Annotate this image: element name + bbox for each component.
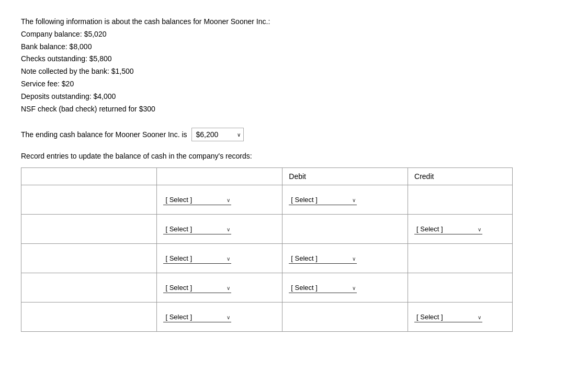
ending-balance-select[interactable]: $6,200 <box>191 128 244 141</box>
info-item: Note collected by the bank: $1,500 <box>21 65 544 78</box>
row3-col2-select-wrapper[interactable]: [ Select ] <box>163 283 231 293</box>
row1-col2[interactable]: [ Select ] <box>157 215 282 244</box>
row0-col2[interactable]: [ Select ] <box>157 185 282 215</box>
table-row: [ Select ][ Select ] <box>21 185 513 215</box>
row1-col4-credit[interactable]: [ Select ] <box>408 215 513 244</box>
table-row: [ Select ][ Select ] <box>21 215 513 244</box>
row3-col3-debit[interactable]: [ Select ] <box>282 273 408 303</box>
row2-col3-select[interactable]: [ Select ] <box>289 253 357 264</box>
row3-col2-select[interactable]: [ Select ] <box>163 283 231 293</box>
col-header-credit: Credit <box>408 168 513 185</box>
row3-col4-credit <box>408 273 513 303</box>
row3-col3-select-wrapper[interactable]: [ Select ] <box>289 283 357 293</box>
row1-col1-empty <box>21 215 157 244</box>
table-row: [ Select ][ Select ] <box>21 244 513 273</box>
info-item: Deposits outstanding: $4,000 <box>21 91 544 103</box>
row0-col2-select-wrapper[interactable]: [ Select ] <box>163 195 231 205</box>
row1-col4-select-wrapper[interactable]: [ Select ] <box>414 224 482 234</box>
row3-col3-select[interactable]: [ Select ] <box>289 283 357 293</box>
row2-col3-select-wrapper[interactable]: [ Select ] <box>289 253 357 264</box>
row2-col3-debit[interactable]: [ Select ] <box>282 244 408 273</box>
row1-col4-select[interactable]: [ Select ] <box>414 224 482 234</box>
row4-col2[interactable]: [ Select ] <box>157 303 282 332</box>
table-row: [ Select ][ Select ] <box>21 303 513 332</box>
row2-col2[interactable]: [ Select ] <box>157 244 282 273</box>
row4-col2-select-wrapper[interactable]: [ Select ] <box>163 312 231 322</box>
col-header-debit: Debit <box>282 168 408 185</box>
row2-col1-empty <box>21 244 157 273</box>
row2-col2-select-wrapper[interactable]: [ Select ] <box>163 253 231 264</box>
record-entries-label: Record entries to update the balance of … <box>21 152 544 160</box>
row0-col1-empty <box>21 185 157 215</box>
info-item: Bank balance: $8,000 <box>21 41 544 53</box>
row0-col3-select-wrapper[interactable]: [ Select ] <box>289 195 357 205</box>
info-section: The following information is about the c… <box>21 16 544 115</box>
row0-col3-debit[interactable]: [ Select ] <box>282 185 408 215</box>
row2-col2-select[interactable]: [ Select ] <box>163 253 231 264</box>
intro-text: The following information is about the c… <box>21 16 544 28</box>
info-item: NSF check (bad check) returned for $300 <box>21 103 544 116</box>
row4-col4-select[interactable]: [ Select ] <box>414 312 482 322</box>
table-row: [ Select ][ Select ] <box>21 273 513 303</box>
col-header-empty2 <box>157 168 282 185</box>
info-item: Company balance: $5,020 <box>21 28 544 41</box>
row1-col2-select[interactable]: [ Select ] <box>163 224 231 234</box>
row3-col2[interactable]: [ Select ] <box>157 273 282 303</box>
row0-col2-select[interactable]: [ Select ] <box>163 195 231 205</box>
row0-col4-credit <box>408 185 513 215</box>
row4-col1-empty <box>21 303 157 332</box>
info-item: Checks outstanding: $5,800 <box>21 53 544 65</box>
row2-col4-credit <box>408 244 513 273</box>
ending-balance-select-wrapper[interactable]: $6,200 <box>191 128 244 141</box>
row1-col3-debit <box>282 215 408 244</box>
journal-entry-table: Debit Credit [ Select ][ Select ][ Selec… <box>21 167 513 332</box>
row4-col3-debit <box>282 303 408 332</box>
info-item: Service fee: $20 <box>21 78 544 91</box>
ending-balance-line: The ending cash balance for Mooner Soone… <box>21 128 544 141</box>
col-header-empty1 <box>21 168 157 185</box>
ending-balance-label: The ending cash balance for Mooner Soone… <box>21 130 187 139</box>
row0-col3-select[interactable]: [ Select ] <box>289 195 357 205</box>
row4-col4-credit[interactable]: [ Select ] <box>408 303 513 332</box>
row3-col1-empty <box>21 273 157 303</box>
row1-col2-select-wrapper[interactable]: [ Select ] <box>163 224 231 234</box>
row4-col2-select[interactable]: [ Select ] <box>163 312 231 322</box>
row4-col4-select-wrapper[interactable]: [ Select ] <box>414 312 482 322</box>
